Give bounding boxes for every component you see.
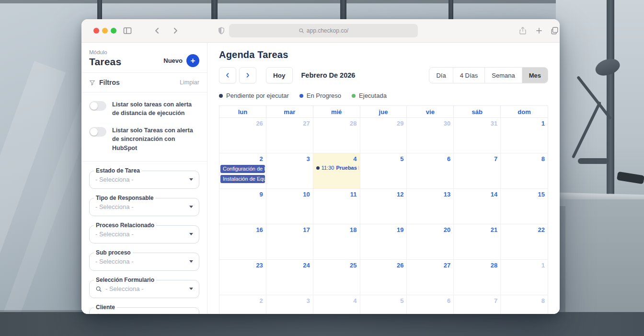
calendar-day-cell[interactable]: 28 xyxy=(313,118,360,153)
weekday-header: dom xyxy=(501,106,548,118)
calendar-day-cell[interactable]: 6 xyxy=(407,295,454,314)
event-title: Pruebas Funcionales xyxy=(336,165,358,171)
legend-item: Ejecutada xyxy=(352,92,387,99)
calendar-day-cell[interactable]: 5 xyxy=(360,153,407,189)
calendar-day-cell[interactable]: 22 xyxy=(501,224,548,260)
calendar-day-cell[interactable]: 8 xyxy=(501,295,548,314)
view-button-semana[interactable]: Semana xyxy=(484,68,521,83)
view-button-mes[interactable]: Mes xyxy=(522,68,548,83)
calendar-day-cell[interactable]: 10 xyxy=(266,189,313,224)
calendar-day-cell[interactable]: 20 xyxy=(407,224,454,260)
close-window-button[interactable] xyxy=(93,28,99,34)
filter-funnel-icon xyxy=(89,80,95,86)
select-value: - Selecciona - xyxy=(95,313,189,314)
filter-select[interactable]: Selección Formulario - Selecciona - xyxy=(89,280,199,298)
day-number: 28 xyxy=(350,120,356,127)
chevron-down-icon xyxy=(189,233,193,235)
calendar-day-cell[interactable]: 5 xyxy=(360,295,407,314)
today-button[interactable]: Hoy xyxy=(266,67,293,83)
calendar-day-cell[interactable]: 27 xyxy=(407,260,454,295)
calendar-day-cell[interactable]: 6 xyxy=(407,153,454,189)
calendar-day-cell[interactable]: 30 xyxy=(407,118,454,153)
calendar-day-cell[interactable]: 2 xyxy=(219,295,266,314)
calendar-day-cell[interactable]: 21 xyxy=(454,224,501,260)
calendar-week-row: 2627282930311 xyxy=(219,118,548,153)
calendar-week-row: 9101112131415 xyxy=(219,189,548,224)
calendar-day-cell[interactable]: 17 xyxy=(266,224,313,260)
calendar-week-row: 16171819202122 xyxy=(219,224,548,260)
chevron-down-icon xyxy=(189,260,193,263)
day-number: 17 xyxy=(303,226,310,233)
status-dot xyxy=(352,94,356,98)
filter-select[interactable]: Sub proceso - Selecciona - xyxy=(89,253,199,271)
calendar-day-cell[interactable]: 26 xyxy=(360,260,407,295)
view-switcher: Día4 DíasSemanaMes xyxy=(429,67,548,83)
day-number: 1 xyxy=(541,262,545,269)
clear-filters-link[interactable]: Limpiar xyxy=(180,79,199,86)
shield-privacy-icon[interactable] xyxy=(217,26,226,37)
filters-header[interactable]: Filtros Limpiar xyxy=(89,73,199,92)
calendar-day-cell[interactable]: 1 xyxy=(501,260,548,295)
view-button-día[interactable]: Día xyxy=(429,68,452,83)
minimize-window-button[interactable] xyxy=(102,28,108,34)
task-event-chip[interactable]: Configuración de Equipos xyxy=(220,165,265,173)
day-number: 26 xyxy=(256,120,263,127)
view-button-4-días[interactable]: 4 Días xyxy=(453,68,485,83)
calendar-day-cell[interactable]: 411:30Pruebas Funcionales xyxy=(313,153,360,189)
calendar-day-cell[interactable]: 13 xyxy=(407,189,454,224)
calendar-day-cell[interactable]: 3 xyxy=(266,295,313,314)
day-number: 19 xyxy=(397,226,403,233)
calendar-day-cell[interactable]: 7 xyxy=(454,153,501,189)
app-content: Módulo Tareas Nuevo + Filtros Limpiar Li… xyxy=(81,43,560,314)
day-number: 10 xyxy=(303,191,310,198)
toggle-switch[interactable] xyxy=(89,101,106,111)
calendar-day-cell[interactable]: 15 xyxy=(501,189,548,224)
filter-select[interactable]: Tipo de Responsable - Selecciona - xyxy=(89,198,199,216)
next-month-button[interactable] xyxy=(239,67,256,83)
new-task-button[interactable]: + xyxy=(186,54,199,67)
toggle-switch[interactable] xyxy=(89,127,106,137)
calendar-day-cell[interactable]: 23 xyxy=(219,260,266,295)
new-tab-icon[interactable] xyxy=(535,26,543,37)
calendar-day-cell[interactable]: 12 xyxy=(360,189,407,224)
calendar-day-cell[interactable]: 25 xyxy=(313,260,360,295)
calendar-day-cell[interactable]: 29 xyxy=(360,118,407,153)
back-button[interactable] xyxy=(152,26,162,37)
forward-button[interactable] xyxy=(171,26,180,37)
calendar-day-cell[interactable]: 7 xyxy=(454,295,501,314)
calendar-day-cell[interactable]: 8 xyxy=(501,153,548,189)
filter-select[interactable]: Cliente - Selecciona - xyxy=(89,307,199,314)
calendar-day-cell[interactable]: 4 xyxy=(313,295,360,314)
toggle-filters: Listar solo tareas con alerta de distanc… xyxy=(89,100,199,152)
calendar-day-cell[interactable]: 14 xyxy=(454,189,501,224)
month-calendar: lunmarmiéjueviesábdom 26272829303112Conf… xyxy=(219,105,548,314)
calendar-day-cell[interactable]: 28 xyxy=(454,260,501,295)
zoom-window-button[interactable] xyxy=(111,28,116,34)
calendar-day-cell[interactable]: 11 xyxy=(313,189,360,224)
task-event-timed[interactable]: 11:30Pruebas Funcionales xyxy=(314,165,359,171)
calendar-day-cell[interactable]: 3 xyxy=(266,153,313,189)
weekday-header: lun xyxy=(219,106,266,118)
prev-month-button[interactable] xyxy=(219,67,236,83)
calendar-day-cell[interactable]: 19 xyxy=(360,224,407,260)
calendar-day-cell[interactable]: 31 xyxy=(454,118,501,153)
calendar-day-cell[interactable]: 24 xyxy=(266,260,313,295)
tab-overview-icon[interactable] xyxy=(550,26,559,37)
task-event-chip[interactable]: Instalación de Equipos xyxy=(220,175,265,183)
calendar-day-cell[interactable]: 27 xyxy=(266,118,313,153)
browser-sidebar-icon[interactable] xyxy=(123,26,132,37)
status-dot xyxy=(299,94,303,98)
calendar-day-cell[interactable]: 9 xyxy=(219,189,266,224)
share-icon[interactable] xyxy=(518,26,527,37)
calendar-day-cell[interactable]: 16 xyxy=(219,224,266,260)
filter-select[interactable]: Proceso Relacionado - Selecciona - xyxy=(89,225,199,243)
select-label: Selección Formulario xyxy=(94,277,156,283)
calendar-day-cell[interactable]: 2Configuración de EquiposInstalación de … xyxy=(219,153,266,189)
day-number: 25 xyxy=(350,262,356,269)
calendar-day-cell[interactable]: 1 xyxy=(501,118,548,153)
filter-select[interactable]: Estado de Tarea - Selecciona - xyxy=(89,171,199,189)
address-bar[interactable]: app.checkop.co/ xyxy=(229,24,418,37)
calendar-day-cell[interactable]: 18 xyxy=(313,224,360,260)
calendar-day-cell[interactable]: 26 xyxy=(219,118,266,153)
chevron-down-icon xyxy=(189,178,193,181)
